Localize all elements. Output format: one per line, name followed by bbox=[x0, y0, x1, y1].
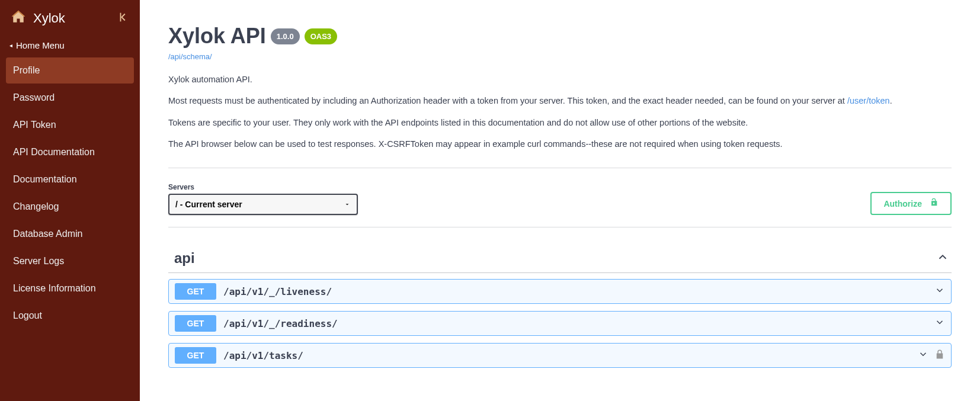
brand-bar: Xylok bbox=[0, 0, 140, 37]
brand-name[interactable]: Xylok bbox=[33, 11, 65, 26]
api-title: Xylok API bbox=[168, 24, 266, 49]
http-method-badge: GET bbox=[175, 283, 216, 300]
sidebar-item-license-information[interactable]: License Information bbox=[6, 275, 134, 301]
sidebar-item-changelog[interactable]: Changelog bbox=[6, 194, 134, 220]
http-method-badge: GET bbox=[175, 347, 216, 364]
operation-path: /api/v1/tasks/ bbox=[223, 350, 918, 361]
lock-icon[interactable] bbox=[934, 349, 945, 362]
menu-header[interactable]: ◂ Home Menu bbox=[0, 37, 140, 55]
tag-header[interactable]: api bbox=[168, 244, 952, 273]
operation-row[interactable]: GET/api/v1/_/readiness/ bbox=[168, 311, 952, 336]
sidebar-item-server-logs[interactable]: Server Logs bbox=[6, 248, 134, 274]
chevron-left-icon: ◂ bbox=[9, 42, 12, 49]
sidebar-item-logout[interactable]: Logout bbox=[6, 303, 134, 329]
collapse-sidebar-icon[interactable] bbox=[117, 11, 130, 26]
operation-row[interactable]: GET/api/v1/tasks/ bbox=[168, 343, 952, 368]
http-method-badge: GET bbox=[175, 315, 216, 332]
api-description: Xylok automation API. Most requests must… bbox=[168, 73, 952, 150]
desc-p3: Tokens are specific to your user. They o… bbox=[168, 117, 952, 129]
sidebar-item-password[interactable]: Password bbox=[6, 85, 134, 111]
sidebar-item-profile[interactable]: Profile bbox=[6, 57, 134, 84]
operation-row[interactable]: GET/api/v1/_/liveness/ bbox=[168, 279, 952, 304]
version-badge: 1.0.0 bbox=[271, 28, 300, 44]
desc-p4: The API browser below can be used to tes… bbox=[168, 138, 952, 150]
desc-p2: Most requests must be authenticated by i… bbox=[168, 95, 952, 107]
desc-p1: Xylok automation API. bbox=[168, 73, 952, 85]
sidebar-nav: ProfilePasswordAPI TokenAPI Documentatio… bbox=[0, 55, 140, 332]
chevron-down-icon bbox=[934, 285, 945, 298]
authorize-button[interactable]: Authorize bbox=[870, 192, 952, 215]
oas-badge: OAS3 bbox=[305, 28, 337, 44]
operations-list: GET/api/v1/_/liveness/GET/api/v1/_/readi… bbox=[168, 279, 952, 368]
sidebar-item-api-documentation[interactable]: API Documentation bbox=[6, 139, 134, 165]
main-content: Xylok API 1.0.0 OAS3 /api/schema/ Xylok … bbox=[140, 0, 980, 401]
operation-path: /api/v1/_/readiness/ bbox=[223, 318, 934, 329]
servers-select[interactable]: / - Current server bbox=[168, 194, 358, 215]
lock-open-icon bbox=[929, 198, 939, 209]
tag-name: api bbox=[174, 250, 195, 267]
chevron-down-icon bbox=[918, 349, 928, 362]
servers-block: Servers / - Current server bbox=[168, 183, 358, 215]
user-token-link[interactable]: /user/token bbox=[847, 96, 890, 105]
home-icon[interactable] bbox=[9, 8, 27, 28]
sidebar: Xylok ◂ Home Menu ProfilePasswordAPI Tok… bbox=[0, 0, 140, 401]
operation-path: /api/v1/_/liveness/ bbox=[223, 286, 934, 297]
servers-label: Servers bbox=[168, 183, 358, 191]
sidebar-item-api-token[interactable]: API Token bbox=[6, 112, 134, 138]
authorize-label: Authorize bbox=[883, 199, 922, 208]
chevron-down-icon bbox=[934, 317, 945, 330]
chevron-up-icon bbox=[936, 251, 949, 266]
sidebar-item-database-admin[interactable]: Database Admin bbox=[6, 221, 134, 247]
schema-link[interactable]: /api/schema/ bbox=[168, 52, 212, 61]
sidebar-item-documentation[interactable]: Documentation bbox=[6, 166, 134, 193]
menu-header-label: Home Menu bbox=[16, 40, 65, 50]
